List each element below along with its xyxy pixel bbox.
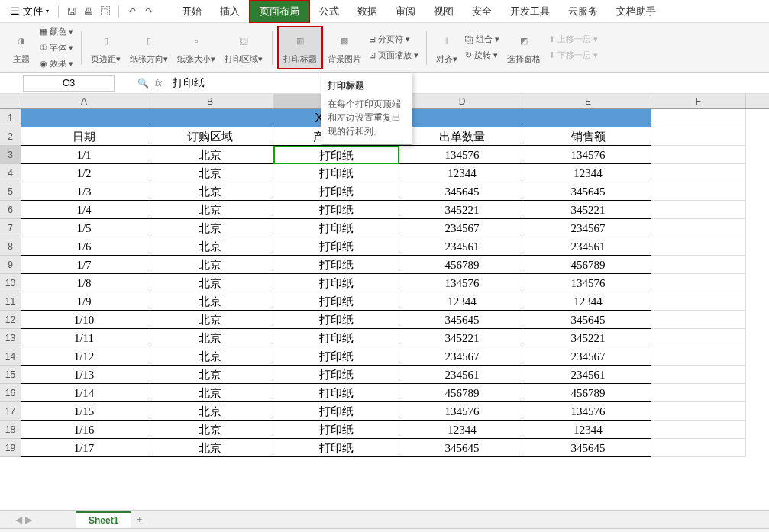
cell-B18[interactable]: 北京 <box>147 421 273 439</box>
cell-A7[interactable]: 1/5 <box>21 219 147 237</box>
cell-D3[interactable]: 134576 <box>399 146 525 164</box>
cell-B13[interactable]: 北京 <box>147 329 273 347</box>
sheet-prev-icon[interactable]: ◀ <box>15 514 22 525</box>
cell-B10[interactable]: 北京 <box>147 274 273 292</box>
cell-D6[interactable]: 345221 <box>399 201 525 219</box>
cell-D15[interactable]: 234561 <box>399 366 525 384</box>
cell-D17[interactable]: 134576 <box>399 402 525 421</box>
row-header-4[interactable]: 4 <box>0 164 21 182</box>
cell-A12[interactable]: 1/10 <box>21 311 147 329</box>
cell-A10[interactable]: 1/8 <box>21 274 147 292</box>
cell-E15[interactable]: 234561 <box>525 366 651 384</box>
cell-B4[interactable]: 北京 <box>147 164 273 182</box>
background-button[interactable]: ▩ 背景图片 <box>323 27 366 68</box>
cell-A6[interactable]: 1/4 <box>21 201 147 219</box>
cell-E19[interactable]: 345645 <box>525 439 651 457</box>
cell-D14[interactable]: 234567 <box>399 347 525 366</box>
cell-A11[interactable]: 1/9 <box>21 292 147 311</box>
cell-B9[interactable]: 北京 <box>147 256 273 274</box>
save-icon[interactable]: 🖫 <box>66 5 78 18</box>
header-cell-col-B[interactable]: 订购区域 <box>147 127 273 146</box>
col-header-B[interactable]: B <box>147 94 273 108</box>
cell-E9[interactable]: 456789 <box>525 256 651 274</box>
menu-tab-8[interactable]: 开发工具 <box>501 1 559 22</box>
cell-D12[interactable]: 345645 <box>399 311 525 329</box>
row-header-18[interactable]: 18 <box>0 421 21 439</box>
col-header-A[interactable]: A <box>21 94 147 108</box>
row-header-6[interactable]: 6 <box>0 201 21 219</box>
cell-B6[interactable]: 北京 <box>147 201 273 219</box>
cell-A18[interactable]: 1/16 <box>21 421 147 439</box>
cell-D8[interactable]: 234561 <box>399 237 525 256</box>
col-header-F[interactable]: F <box>651 94 746 108</box>
cell-F14[interactable] <box>651 347 746 366</box>
cell-E13[interactable]: 345221 <box>525 329 651 347</box>
cell-C5[interactable]: 打印纸 <box>273 182 399 201</box>
cell-E18[interactable]: 12344 <box>525 421 651 439</box>
cell-F4[interactable] <box>651 164 746 182</box>
row-header-7[interactable]: 7 <box>0 219 21 237</box>
cell-C3[interactable]: 打印纸 <box>273 146 399 164</box>
print-icon[interactable]: 🖶 <box>82 5 95 18</box>
cell-D19[interactable]: 345645 <box>399 439 525 457</box>
cell-D18[interactable]: 12344 <box>399 421 525 439</box>
menu-tab-1[interactable]: 插入 <box>211 1 249 22</box>
cell-F12[interactable] <box>651 311 746 329</box>
cell-D10[interactable]: 134576 <box>399 274 525 292</box>
cell-F1[interactable] <box>651 109 746 127</box>
cell-C14[interactable]: 打印纸 <box>273 347 399 366</box>
cell-C17[interactable]: 打印纸 <box>273 402 399 421</box>
cell-E4[interactable]: 12344 <box>525 164 651 182</box>
cell-D4[interactable]: 12344 <box>399 164 525 182</box>
scale-button[interactable]: ⊡页面缩放▾ <box>366 48 422 63</box>
menu-tab-10[interactable]: 文档助手 <box>607 1 665 22</box>
cell-A15[interactable]: 1/13 <box>21 366 147 384</box>
cell-A16[interactable]: 1/14 <box>21 384 147 402</box>
cell-B14[interactable]: 北京 <box>147 347 273 366</box>
print-area-button[interactable]: ⿴ 打印区域▾ <box>220 27 267 68</box>
cell-E12[interactable]: 345645 <box>525 311 651 329</box>
header-cell-col-A[interactable]: 日期 <box>21 127 147 146</box>
row-header-17[interactable]: 17 <box>0 402 21 421</box>
menu-tab-3[interactable]: 公式 <box>310 1 348 22</box>
cell-D7[interactable]: 234567 <box>399 219 525 237</box>
cell-F7[interactable] <box>651 219 746 237</box>
cell-C13[interactable]: 打印纸 <box>273 329 399 347</box>
cell-A3[interactable]: 1/1 <box>21 146 147 164</box>
row-header-12[interactable]: 12 <box>0 311 21 329</box>
cell-C19[interactable]: 打印纸 <box>273 439 399 457</box>
row-header-11[interactable]: 11 <box>0 292 21 311</box>
cell-E16[interactable]: 456789 <box>525 384 651 402</box>
menu-tab-4[interactable]: 数据 <box>348 1 386 22</box>
cell-A14[interactable]: 1/12 <box>21 347 147 366</box>
margin-button[interactable]: ▯ 页边距▾ <box>86 27 125 68</box>
row-header-5[interactable]: 5 <box>0 182 21 201</box>
cell-A13[interactable]: 1/11 <box>21 329 147 347</box>
header-cell-col-E[interactable]: 销售额 <box>525 127 651 146</box>
cell-B8[interactable]: 北京 <box>147 237 273 256</box>
cell-C10[interactable]: 打印纸 <box>273 274 399 292</box>
row-header-19[interactable]: 19 <box>0 439 21 457</box>
menu-tab-9[interactable]: 云服务 <box>559 1 607 22</box>
file-menu[interactable]: ☰ 文件 <box>6 2 53 21</box>
cell-F3[interactable] <box>651 146 746 164</box>
cell-B16[interactable]: 北京 <box>147 384 273 402</box>
sheet-tab-active[interactable]: Sheet1 <box>76 511 131 528</box>
cell-F9[interactable] <box>651 256 746 274</box>
cell-F15[interactable] <box>651 366 746 384</box>
cell-F16[interactable] <box>651 384 746 402</box>
cell-E11[interactable]: 12344 <box>525 292 651 311</box>
row-header-3[interactable]: 3 <box>0 146 21 164</box>
menu-tab-0[interactable]: 开始 <box>173 1 211 22</box>
cell-C4[interactable]: 打印纸 <box>273 164 399 182</box>
cell-A8[interactable]: 1/6 <box>21 237 147 256</box>
cell-A5[interactable]: 1/3 <box>21 182 147 201</box>
row-header-15[interactable]: 15 <box>0 366 21 384</box>
theme-button[interactable]: ◑ 主题 <box>6 27 37 68</box>
row-header-1[interactable]: 1 <box>0 109 21 127</box>
align-button[interactable]: ⫴ 对齐▾ <box>431 27 462 68</box>
cell-F5[interactable] <box>651 182 746 201</box>
cell-B5[interactable]: 北京 <box>147 182 273 201</box>
breaks-button[interactable]: ⊟分页符▾ <box>366 32 422 47</box>
select-pane-button[interactable]: ◩ 选择窗格 <box>502 27 545 68</box>
